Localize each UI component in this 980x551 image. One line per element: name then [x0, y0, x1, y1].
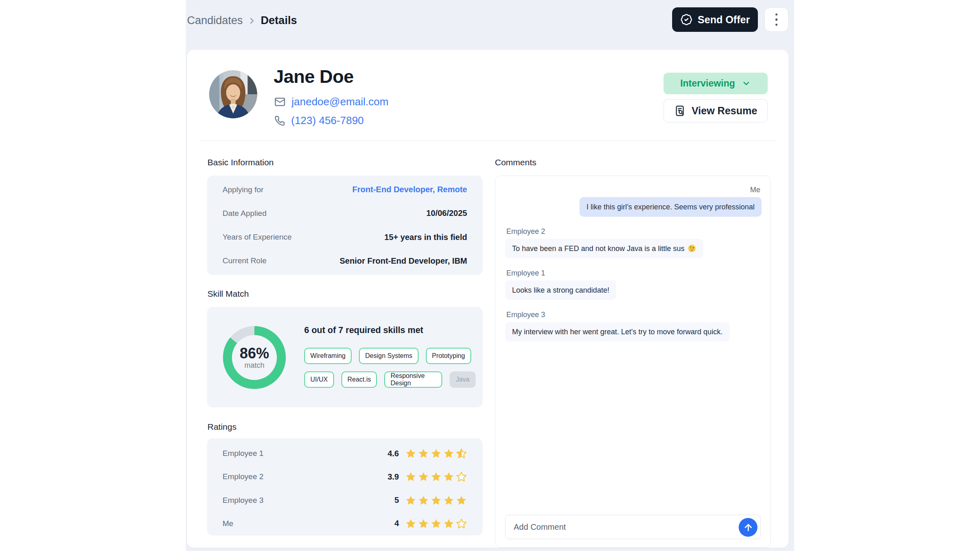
rating-score: 3.9 [388, 472, 399, 482]
rating-name: Employee 1 [223, 449, 263, 458]
arrow-up-icon [743, 522, 753, 533]
match-percent: 86% [240, 346, 269, 361]
divider [199, 140, 777, 141]
candidate-email: janedoe@email.com [292, 96, 388, 108]
skill-match-panel: 86% match 6 out of 7 required skills met… [207, 307, 483, 407]
comment-bubble: Looks like a strong candidate! [505, 280, 616, 300]
more-options-button[interactable] [764, 7, 788, 32]
rating-name: Employee 3 [223, 496, 263, 505]
comment: Employee 3My interview with her went gre… [505, 311, 762, 342]
view-resume-label: View Resume [692, 105, 757, 117]
star-rating [405, 471, 467, 482]
email-row[interactable]: janedoe@email.com [274, 96, 388, 108]
skill-chip-met: Design Systems [359, 348, 419, 364]
star-rating[interactable] [405, 518, 467, 529]
info-row: Applying forFront-End Developer, Remote [223, 185, 467, 194]
rating-score: 4 [394, 519, 399, 528]
rating-score: 5 [394, 495, 399, 505]
info-label: Date Applied [223, 209, 267, 218]
skills-met-headline: 6 out of 7 required skills met [304, 325, 476, 335]
info-value: 15+ years in this field [384, 233, 467, 242]
comment: Employee 2To have been a FED and not kno… [505, 227, 762, 258]
chevron-down-icon [742, 79, 751, 88]
info-label: Current Role [223, 256, 267, 265]
rating-name: Me [223, 519, 233, 528]
info-label: Applying for [223, 185, 263, 194]
badge-check-icon [680, 13, 693, 26]
status-label: Interviewing [680, 78, 735, 89]
skill-chip-row: WireframingDesign SystemsPrototyping [304, 348, 476, 364]
mail-icon [274, 96, 285, 107]
skill-chip-met: Wireframing [304, 348, 352, 364]
skill-chip-row: UI/UXReact.isResponsive DesignJava [304, 371, 476, 388]
breadcrumb-details: Details [261, 14, 297, 27]
comment-bubble: I like this girl’s experience. Seems ver… [579, 197, 762, 217]
info-label: Years of Experience [223, 233, 292, 242]
candidate-card: Jane Doe janedoe@email.com (123) 456-789… [187, 50, 788, 548]
ratings-panel: Employee 14.6Employee 23.9Employee 35Me4 [207, 438, 483, 535]
skill-chip-met: React.is [341, 371, 377, 388]
avatar [209, 70, 257, 118]
comment-author: Employee 1 [505, 269, 546, 278]
info-value: 10/06/2025 [426, 209, 467, 218]
rating-right: 3.9 [388, 471, 467, 482]
send-comment-button[interactable] [739, 518, 757, 537]
rating-right: 5 [394, 495, 467, 506]
ratings-heading: Ratings [207, 422, 236, 432]
info-value-link[interactable]: Front-End Developer, Remote [352, 185, 467, 194]
comments-card: MeI like this girl’s experience. Seems v… [495, 176, 771, 548]
send-offer-button[interactable]: Send Offer [672, 7, 758, 32]
candidate-details-page: Candidates Details Send Offer [0, 0, 980, 551]
basic-info-panel: Applying forFront-End Developer, RemoteD… [207, 176, 483, 275]
chevron-right-icon [247, 16, 257, 26]
info-row: Current RoleSenior Front-End Developer, … [223, 256, 467, 266]
comment-author: Employee 3 [505, 311, 546, 319]
rating-row: Employee 14.6 [223, 446, 467, 461]
comment-bubble: My interview with her went great. Let's … [505, 322, 730, 342]
phone-icon [274, 116, 285, 126]
candidate-phone: (123) 456-7890 [291, 114, 364, 127]
rating-row: Employee 35 [223, 493, 467, 508]
comment-author: Me [749, 186, 762, 194]
star-rating [405, 448, 467, 459]
skill-match-heading: Skill Match [207, 289, 249, 299]
info-value: Senior Front-End Developer, IBM [340, 256, 467, 266]
rating-score: 4.6 [388, 449, 399, 458]
skill-chip-met: Responsive Design [384, 371, 442, 388]
file-search-icon [674, 105, 686, 117]
skill-chip-met: UI/UX [304, 371, 334, 388]
skill-chip-missing: Java [450, 371, 476, 388]
skill-chips: WireframingDesign SystemsPrototypingUI/U… [304, 348, 476, 388]
comments-heading: Comments [495, 158, 537, 167]
star-rating [405, 495, 467, 506]
view-resume-button[interactable]: View Resume [664, 99, 768, 122]
rating-right: 4 [394, 518, 467, 529]
info-row: Date Applied10/06/2025 [223, 209, 467, 218]
skill-match-donut: 86% match [223, 326, 286, 389]
breadcrumb: Candidates Details [187, 12, 297, 29]
skill-chip-met: Prototyping [426, 348, 471, 364]
phone-row[interactable]: (123) 456-7890 [274, 114, 364, 127]
status-dropdown[interactable]: Interviewing [664, 73, 768, 94]
candidate-name: Jane Doe [274, 65, 354, 88]
kebab-icon [775, 13, 778, 26]
basic-info-heading: Basic Information [207, 158, 274, 167]
comment: Employee 1Looks like a strong candidate! [505, 269, 762, 300]
info-row: Years of Experience15+ years in this fie… [223, 233, 467, 242]
comment-bubble: To have been a FED and not know Java is … [505, 239, 703, 258]
add-comment-input[interactable] [506, 515, 760, 539]
comment-author: Employee 2 [505, 227, 546, 236]
comment-thread: MeI like this girl’s experience. Seems v… [505, 186, 762, 342]
comment-own: MeI like this girl’s experience. Seems v… [505, 186, 762, 217]
rating-right: 4.6 [388, 448, 467, 459]
send-offer-label: Send Offer [698, 14, 750, 26]
comment-input-wrap [505, 515, 761, 539]
rating-row: Employee 23.9 [223, 469, 467, 484]
rating-row: Me4 [223, 516, 467, 531]
rating-name: Employee 2 [223, 472, 263, 481]
breadcrumb-candidates[interactable]: Candidates [187, 14, 243, 27]
match-label: match [240, 361, 269, 369]
